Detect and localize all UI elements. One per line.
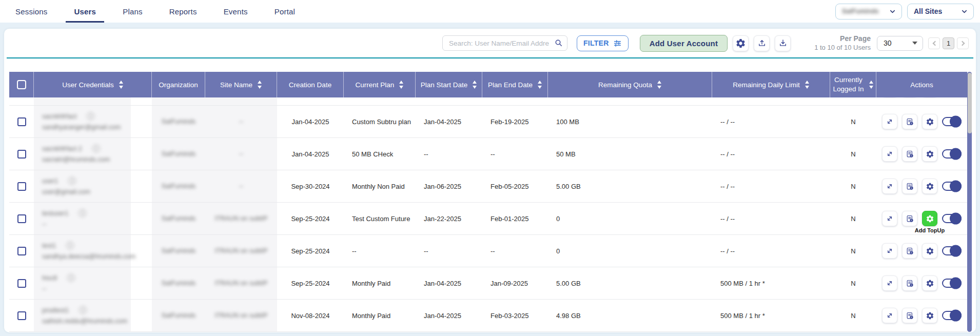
column-header-plan-start-date[interactable]: Plan Start Date — [416, 72, 482, 97]
tab-portal[interactable]: Portal — [275, 0, 295, 23]
remaining-quota-cell: 5.00 GB — [548, 170, 712, 202]
tab-users[interactable]: Users — [74, 0, 96, 23]
sort-arrows-icon[interactable] — [119, 81, 123, 89]
user-settings-gear-button[interactable] — [922, 308, 937, 323]
prev-page-button[interactable] — [928, 37, 940, 49]
current-plan-cell: -- — [344, 235, 416, 267]
plan-details-button[interactable] — [902, 308, 917, 323]
sort-arrows-icon[interactable] — [473, 81, 477, 89]
sort-arrows-icon[interactable] — [399, 81, 403, 89]
user-settings-gear-button[interactable] — [922, 211, 937, 226]
next-page-button[interactable] — [957, 37, 969, 49]
user-info-icon[interactable] — [66, 242, 74, 249]
plan-info-card-icon — [906, 117, 914, 126]
user-enabled-toggle[interactable] — [942, 182, 962, 191]
plan-details-button[interactable] — [902, 114, 917, 129]
row-checkbox[interactable] — [17, 182, 26, 191]
row-checkbox[interactable] — [17, 214, 26, 223]
per-page-select[interactable]: 30 — [877, 36, 923, 51]
email-redacted: sathish.reddu@hruminds.com — [42, 318, 127, 325]
sites-filter-dropdown[interactable]: All Sites — [907, 4, 974, 19]
expand-user-button[interactable] — [882, 146, 897, 162]
organization-filter-dropdown[interactable]: SatFuminds — [835, 4, 902, 19]
user-settings-gear-button[interactable] — [922, 179, 937, 194]
site-name-cell: -- — [205, 106, 277, 137]
column-label: Remaining Daily Limit — [733, 81, 800, 89]
row-checkbox[interactable] — [17, 117, 26, 126]
plan-info-card-icon — [906, 247, 914, 255]
organization-redacted: SatFuminds — [162, 118, 196, 125]
user-settings-gear-button[interactable] — [922, 114, 937, 129]
export-upload-button[interactable] — [754, 35, 770, 51]
sort-arrows-icon[interactable] — [258, 81, 262, 89]
user-info-icon[interactable] — [92, 145, 100, 152]
column-header-remaining-daily-limit[interactable]: Remaining Daily Limit — [712, 72, 830, 97]
user-enabled-toggle[interactable] — [942, 214, 962, 223]
user-info-icon[interactable] — [79, 209, 86, 217]
download-button[interactable] — [775, 35, 791, 51]
current-plan-cell: Monthly Paid — [344, 267, 416, 299]
column-header-current-plan[interactable]: Current Plan — [344, 72, 416, 97]
plan-details-button[interactable] — [902, 243, 917, 259]
plan-details-button[interactable] — [902, 275, 917, 291]
sort-arrows-icon[interactable] — [869, 81, 873, 89]
sort-arrows-icon[interactable] — [805, 81, 809, 89]
user-enabled-toggle[interactable] — [942, 246, 962, 255]
row-checkbox[interactable] — [17, 279, 26, 288]
tab-label: Portal — [275, 7, 295, 16]
current-page-button[interactable]: 1 — [943, 37, 954, 49]
user-enabled-toggle[interactable] — [942, 117, 962, 126]
row-select-cell — [9, 300, 34, 331]
tab-reports[interactable]: Reports — [169, 0, 197, 23]
column-header-plan-end-date[interactable]: Plan End Date — [482, 72, 548, 97]
user-settings-gear-button[interactable] — [922, 243, 937, 259]
user-info-icon[interactable] — [67, 274, 75, 282]
user-enabled-toggle[interactable] — [942, 279, 962, 288]
expand-user-button[interactable] — [882, 114, 897, 129]
table-settings-gear-button[interactable] — [733, 35, 749, 51]
search-input[interactable] — [442, 35, 567, 51]
current-plan-cell: Monthly Non Paid — [344, 170, 416, 202]
column-header-site-name[interactable]: Site Name — [205, 72, 277, 97]
tab-plans[interactable]: Plans — [123, 0, 143, 23]
user-info-icon[interactable] — [68, 177, 76, 185]
actions-cell: Add TopUp — [876, 235, 967, 267]
add-user-account-button[interactable]: Add User Account — [640, 35, 728, 52]
user-info-icon[interactable] — [79, 306, 87, 314]
user-info-icon[interactable] — [87, 112, 94, 120]
sort-arrows-icon[interactable] — [657, 81, 661, 89]
plan-details-button[interactable] — [902, 211, 917, 226]
table-row-clipped — [9, 97, 967, 106]
tab-events[interactable]: Events — [224, 0, 248, 23]
row-checkbox[interactable] — [17, 247, 26, 255]
user-enabled-toggle[interactable] — [942, 311, 962, 320]
remaining-quota-cell: 100 MB — [548, 106, 712, 137]
vertical-scrollbar-thumb[interactable] — [968, 73, 972, 133]
select-all-checkbox[interactable] — [17, 80, 26, 89]
tab-sessions[interactable]: Sessions — [15, 0, 47, 23]
user-settings-gear-button[interactable] — [922, 146, 937, 162]
filter-button[interactable]: FILTER — [577, 35, 629, 51]
expand-user-button[interactable] — [882, 308, 897, 323]
currently-logged-in-cell: N — [830, 300, 876, 331]
column-header-remaining-quota[interactable]: Remaining Quota — [548, 72, 712, 97]
user-enabled-toggle[interactable] — [942, 149, 962, 159]
column-label: Creation Date — [289, 81, 331, 89]
expand-user-button[interactable] — [882, 211, 897, 226]
sort-arrows-icon[interactable] — [538, 81, 542, 89]
expand-user-button[interactable] — [882, 275, 897, 291]
column-header-user-credentials[interactable]: User Credentials — [34, 72, 152, 97]
row-checkbox[interactable] — [17, 311, 26, 320]
plan-details-button[interactable] — [902, 179, 917, 194]
expand-user-button[interactable] — [882, 243, 897, 259]
plan-details-button[interactable] — [902, 146, 917, 162]
row-checkbox[interactable] — [17, 150, 26, 159]
expand-user-button[interactable] — [882, 179, 897, 194]
remaining-daily-limit-value: -- / -- — [720, 183, 735, 190]
search-icon[interactable] — [554, 38, 563, 48]
user-settings-gear-button[interactable] — [922, 275, 937, 291]
plan-info-card-icon — [906, 311, 914, 320]
column-header-currently-logged-in[interactable]: Currently Logged In — [830, 72, 876, 97]
creation-date-value: Sep-25-2024 — [291, 247, 329, 255]
logged-in-value: N — [851, 118, 855, 126]
